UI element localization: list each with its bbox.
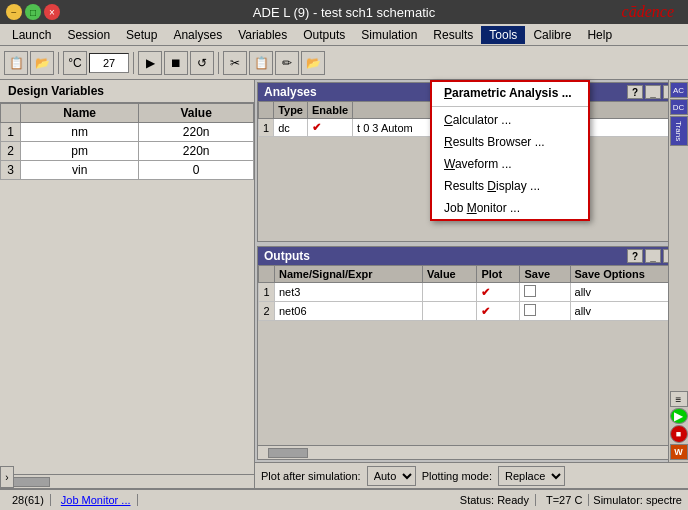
design-var-row: 3 vin 0 xyxy=(1,161,254,180)
row-save[interactable] xyxy=(520,302,570,321)
row-name[interactable]: net06 xyxy=(275,302,423,321)
analyses-enable-col: Enable xyxy=(307,102,352,119)
maximize-button[interactable]: □ xyxy=(25,4,41,20)
window-title: ADE L (9) - test sch1 schematic xyxy=(80,5,608,20)
menu-item-parametric[interactable]: Parametric Analysis ... xyxy=(432,82,588,104)
row-type[interactable]: dc xyxy=(274,119,308,137)
row-value[interactable]: 220n xyxy=(139,123,254,142)
analyses-help-btn[interactable]: ? xyxy=(627,85,643,99)
toolbar-sep3 xyxy=(218,52,219,74)
menu-launch[interactable]: Launch xyxy=(4,26,59,44)
menu-results[interactable]: Results xyxy=(425,26,481,44)
row-name[interactable]: vin xyxy=(21,161,139,180)
menu-session[interactable]: Session xyxy=(59,26,118,44)
toolbar-open-btn[interactable]: 📂 xyxy=(30,51,54,75)
design-vars-scrollbar[interactable] xyxy=(0,474,254,488)
menu-calibre[interactable]: Calibre xyxy=(525,26,579,44)
status-simulator: Simulator: spectre xyxy=(593,494,682,506)
menu-item-calculator[interactable]: Calculator ... xyxy=(432,109,588,131)
statusbar: 28(61) Job Monitor ... Status: Ready T=2… xyxy=(0,488,688,510)
outputs-title: Outputs xyxy=(264,249,310,263)
analyses-min-btn[interactable]: _ xyxy=(645,85,661,99)
out-name-col: Name/Signal/Expr xyxy=(275,266,423,283)
row-name[interactable]: nm xyxy=(21,123,139,142)
row-num: 2 xyxy=(1,142,21,161)
menu-setup[interactable]: Setup xyxy=(118,26,165,44)
ac-icon[interactable]: AC xyxy=(670,82,688,98)
toolbar-btn4[interactable]: ⏹ xyxy=(164,51,188,75)
w-icon[interactable]: W xyxy=(670,444,688,460)
param-icon[interactable]: ≡ xyxy=(670,391,688,407)
row-enable[interactable]: ✔ xyxy=(307,119,352,137)
plot-after-label: Plot after simulation: xyxy=(261,470,361,482)
outputs-help-btn[interactable]: ? xyxy=(627,249,643,263)
col-name-header: Name xyxy=(21,104,139,123)
design-vars-table: Name Value 1 nm 220n 2 pm 220n 3 vin 0 xyxy=(0,103,254,180)
plot-bar: Plot after simulation: Auto Plotting mod… xyxy=(255,462,688,488)
left-expand-arrow[interactable]: › xyxy=(0,466,14,488)
run-icon[interactable]: ▶ xyxy=(670,408,688,424)
row-value xyxy=(423,283,477,302)
row-plot[interactable]: ✔ xyxy=(477,283,520,302)
tools-dropdown-menu: Parametric Analysis ... Calculator ... R… xyxy=(430,80,590,221)
menu-variables[interactable]: Variables xyxy=(230,26,295,44)
outputs-min-btn[interactable]: _ xyxy=(645,249,661,263)
minimize-button[interactable]: − xyxy=(6,4,22,20)
menu-analyses[interactable]: Analyses xyxy=(165,26,230,44)
menu-outputs[interactable]: Outputs xyxy=(295,26,353,44)
toolbar-btn5[interactable]: ↺ xyxy=(190,51,214,75)
outputs-scrollbar[interactable] xyxy=(258,445,685,459)
menu-tools[interactable]: Tools xyxy=(481,26,525,44)
row-num: 1 xyxy=(1,123,21,142)
menu-item-waveform[interactable]: Waveform ... xyxy=(432,153,588,175)
row-value[interactable]: 0 xyxy=(139,161,254,180)
menubar: Launch Session Setup Analyses Variables … xyxy=(0,24,688,46)
output-row: 1 net3 ✔ allv xyxy=(259,283,685,302)
row-num: 3 xyxy=(1,161,21,180)
row-name[interactable]: pm xyxy=(21,142,139,161)
status-ready: Status: Ready xyxy=(454,494,536,506)
plot-after-select[interactable]: Auto xyxy=(367,466,416,486)
output-row: 2 net06 ✔ allv xyxy=(259,302,685,321)
row-plot[interactable]: ✔ xyxy=(477,302,520,321)
menu-help[interactable]: Help xyxy=(579,26,620,44)
trans-icon[interactable]: Trans xyxy=(670,116,688,146)
toolbar-sep2 xyxy=(133,52,134,74)
status-temp: T=27 C xyxy=(540,494,589,506)
menu-item-job-monitor[interactable]: Job Monitor ... xyxy=(432,197,588,219)
toolbar-btn9[interactable]: 📂 xyxy=(301,51,325,75)
analyses-num-col xyxy=(259,102,274,119)
row-value xyxy=(423,302,477,321)
analyses-type-col: Type xyxy=(274,102,308,119)
stop-icon[interactable]: ■ xyxy=(670,425,688,443)
toolbar-temp-icon: °C xyxy=(63,51,87,75)
temp-input[interactable]: 27 xyxy=(89,53,129,73)
scrollbar-thumb[interactable] xyxy=(10,477,50,487)
left-panel: Design Variables Name Value 1 nm 220n 2 … xyxy=(0,80,255,488)
outputs-scrollbar-thumb[interactable] xyxy=(268,448,308,458)
menu-item-results-browser[interactable]: Results Browser ... xyxy=(432,131,588,153)
toolbar-btn7[interactable]: 📋 xyxy=(249,51,273,75)
design-vars-title: Design Variables xyxy=(0,80,254,103)
toolbar-btn3[interactable]: ▶ xyxy=(138,51,162,75)
plot-mode-select[interactable]: Replace xyxy=(498,466,565,486)
right-icons-panel: AC DC Trans ≡ ▶ ■ W xyxy=(668,80,688,462)
dc-icon[interactable]: DC xyxy=(670,99,688,115)
row-save[interactable] xyxy=(520,283,570,302)
menu-item-results-display[interactable]: Results Display ... xyxy=(432,175,588,197)
toolbar: 📋 📂 °C 27 ▶ ⏹ ↺ ✂ 📋 ✏ 📂 xyxy=(0,46,688,80)
analyses-title: Analyses xyxy=(264,85,317,99)
toolbar-sep1 xyxy=(58,52,59,74)
outputs-table: Name/Signal/Expr Value Plot Save Save Op… xyxy=(258,265,685,321)
row-name[interactable]: net3 xyxy=(275,283,423,302)
job-monitor-link[interactable]: Job Monitor ... xyxy=(55,494,138,506)
toolbar-btn6[interactable]: ✂ xyxy=(223,51,247,75)
toolbar-new-btn[interactable]: 📋 xyxy=(4,51,28,75)
menu-simulation[interactable]: Simulation xyxy=(353,26,425,44)
toolbar-btn8[interactable]: ✏ xyxy=(275,51,299,75)
row-value[interactable]: 220n xyxy=(139,142,254,161)
row-num: 1 xyxy=(259,119,274,137)
out-num-col xyxy=(259,266,275,283)
close-button[interactable]: × xyxy=(44,4,60,20)
status-num: 28(61) xyxy=(6,494,51,506)
